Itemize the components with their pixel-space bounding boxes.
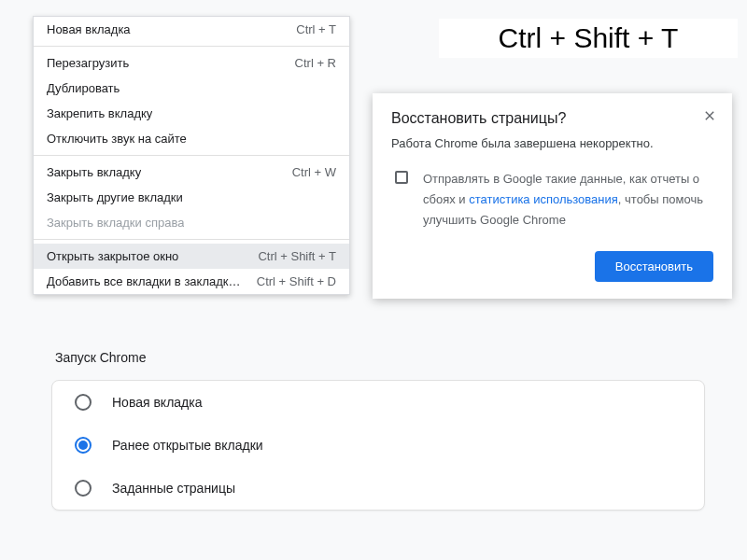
restore-button[interactable]: Восстановить	[595, 251, 713, 282]
menu-item-label: Закрепить вкладку	[47, 106, 152, 120]
menu-separator	[34, 239, 349, 240]
menu-item[interactable]: Закрыть вкладкуCtrl + W	[34, 160, 349, 185]
section-heading: Запуск Chrome	[51, 350, 705, 365]
radio-selected-icon[interactable]	[75, 437, 92, 454]
tab-context-menu: Новая вкладкаCtrl + TПерезагрузитьCtrl +…	[33, 16, 350, 295]
dialog-title: Восстановить страницы?	[391, 110, 713, 127]
menu-item-label: Добавить все вкладки в закладки…	[47, 274, 242, 288]
menu-item-label: Перезагрузить	[47, 56, 129, 70]
menu-item: Закрыть вкладки справа	[34, 210, 349, 235]
menu-item-shortcut: Ctrl + W	[277, 165, 336, 179]
menu-item[interactable]: Дублировать	[34, 76, 349, 101]
startup-option-label: Ранее открытые вкладки	[112, 438, 263, 453]
startup-option-label: Заданные страницы	[112, 481, 235, 496]
menu-item-shortcut: Ctrl + T	[281, 22, 336, 36]
menu-item-shortcut: Ctrl + R	[280, 56, 336, 70]
on-startup-section: Запуск Chrome Новая вкладкаРанее открыты…	[51, 350, 705, 511]
startup-option-label: Новая вкладка	[112, 395, 203, 410]
restore-pages-dialog: Восстановить страницы? Работа Chrome был…	[373, 93, 732, 299]
menu-item[interactable]: Закрыть другие вкладки	[34, 185, 349, 210]
menu-item-label: Закрыть вкладки справа	[47, 216, 184, 230]
dialog-footer: Восстановить	[391, 251, 713, 282]
checkbox-icon[interactable]	[395, 171, 408, 184]
menu-item[interactable]: Добавить все вкладки в закладки…Ctrl + S…	[34, 269, 349, 294]
menu-item[interactable]: Открыть закрытое окноCtrl + Shift + T	[34, 244, 349, 269]
radio-unselected-icon[interactable]	[75, 480, 92, 497]
dialog-subtitle: Работа Chrome была завершена некорректно…	[391, 136, 713, 150]
menu-item-label: Закрыть другие вкладки	[47, 190, 183, 204]
startup-option[interactable]: Новая вкладка	[52, 381, 704, 424]
checkbox-label: Отправлять в Google такие данные, как от…	[423, 169, 713, 231]
send-reports-checkbox-row[interactable]: Отправлять в Google такие данные, как от…	[391, 169, 713, 231]
menu-separator	[34, 46, 349, 47]
menu-item-shortcut: Ctrl + Shift + D	[242, 274, 336, 288]
menu-item[interactable]: Новая вкладкаCtrl + T	[34, 17, 349, 42]
menu-item-label: Дублировать	[47, 81, 120, 95]
menu-item-label: Закрыть вкладку	[47, 165, 141, 179]
menu-item[interactable]: Закрепить вкладку	[34, 101, 349, 126]
menu-item-label: Открыть закрытое окно	[47, 249, 178, 263]
menu-item[interactable]: Отключить звук на сайте	[34, 126, 349, 151]
radio-unselected-icon[interactable]	[75, 394, 92, 411]
usage-stats-link[interactable]: статистика использования	[469, 192, 618, 206]
radio-dot-icon	[78, 441, 88, 450]
menu-separator	[34, 155, 349, 156]
menu-item-shortcut: Ctrl + Shift + T	[243, 249, 336, 263]
menu-item[interactable]: ПерезагрузитьCtrl + R	[34, 50, 349, 76]
startup-options-card: Новая вкладкаРанее открытые вкладкиЗадан…	[51, 380, 705, 511]
menu-item-label: Отключить звук на сайте	[47, 132, 187, 146]
menu-item-label: Новая вкладка	[47, 22, 131, 36]
close-icon[interactable]	[700, 106, 719, 125]
shortcut-caption: Ctrl + Shift + T	[439, 19, 738, 58]
startup-option[interactable]: Ранее открытые вкладки	[52, 424, 704, 467]
startup-option[interactable]: Заданные страницы	[52, 467, 704, 510]
